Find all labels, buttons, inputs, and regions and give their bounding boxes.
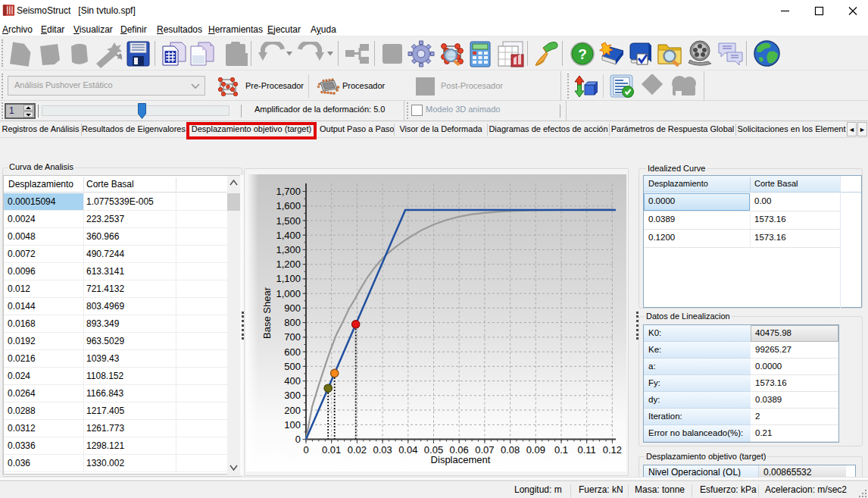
svg-text:0.12: 0.12	[603, 444, 622, 456]
svg-text:?: ?	[578, 46, 587, 62]
svg-text:1,400: 1,400	[276, 230, 301, 241]
svg-text:1,600: 1,600	[276, 200, 301, 211]
svg-text:200: 200	[284, 405, 301, 416]
svg-text:0.03: 0.03	[373, 444, 392, 456]
svg-text:300: 300	[284, 390, 301, 401]
svg-text:1,700: 1,700	[276, 186, 301, 197]
svg-text:1,000: 1,000	[276, 288, 301, 299]
svg-text:0.1: 0.1	[554, 444, 568, 456]
svg-text:1,100: 1,100	[276, 273, 301, 284]
svg-text:0: 0	[303, 444, 308, 456]
svg-text:500: 500	[284, 361, 301, 372]
svg-text:0.09: 0.09	[526, 444, 545, 456]
svg-text:0.11: 0.11	[578, 444, 596, 456]
svg-text:0.04: 0.04	[398, 444, 417, 456]
svg-text:1,500: 1,500	[276, 215, 301, 227]
svg-text:800: 800	[284, 317, 301, 328]
svg-text:900: 900	[284, 302, 301, 314]
svg-text:Displacement: Displacement	[431, 454, 491, 465]
svg-text:Base Shear: Base Shear	[261, 287, 273, 339]
svg-text:0.02: 0.02	[348, 444, 367, 456]
svg-text:0.08: 0.08	[501, 444, 520, 456]
svg-text:0: 0	[295, 434, 301, 445]
svg-text:600: 600	[284, 346, 301, 358]
svg-text:100: 100	[284, 419, 301, 431]
svg-text:1,200: 1,200	[276, 258, 301, 270]
svg-text:1,300: 1,300	[276, 244, 301, 255]
svg-text:400: 400	[284, 375, 301, 387]
svg-text:700: 700	[284, 331, 301, 343]
svg-text:0.01: 0.01	[322, 444, 341, 456]
